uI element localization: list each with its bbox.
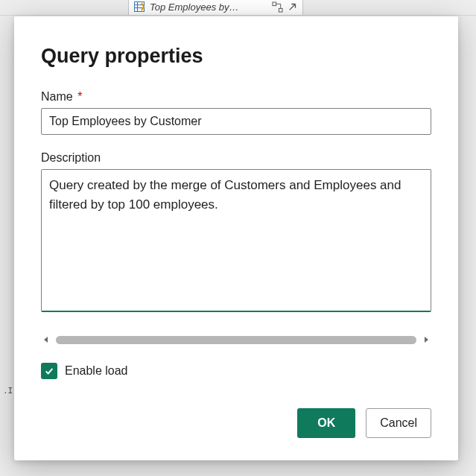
app-background: Top Employees by… .I Query properties Na…: [0, 0, 476, 476]
ok-button[interactable]: OK: [297, 408, 355, 438]
svg-rect-4: [273, 1, 276, 5]
name-label-text: Name: [41, 90, 73, 103]
enable-load-row[interactable]: Enable load: [41, 363, 431, 379]
expand-arrow-icon: [288, 1, 298, 12]
name-input[interactable]: [41, 108, 431, 135]
description-textarea[interactable]: [41, 169, 431, 312]
description-label: Description: [41, 151, 431, 165]
dialog-title: Query properties: [41, 45, 431, 68]
scroll-left-icon[interactable]: [41, 334, 51, 345]
enable-load-label: Enable load: [65, 364, 128, 378]
background-divider: [0, 15, 476, 16]
background-tab-label: Top Employees by…: [150, 1, 238, 13]
table-query-icon: [133, 1, 145, 13]
name-label: Name *: [41, 90, 431, 104]
svg-rect-5: [279, 8, 282, 12]
checkmark-icon: [44, 366, 54, 376]
scroll-right-icon[interactable]: [421, 334, 431, 345]
horizontal-scrollbar[interactable]: [41, 333, 431, 346]
cancel-button[interactable]: Cancel: [366, 408, 431, 438]
background-side-text: .I: [3, 386, 13, 396]
dialog-button-row: OK Cancel: [41, 389, 431, 438]
scrollbar-track[interactable]: [56, 336, 416, 344]
svg-rect-0: [135, 2, 145, 12]
query-properties-dialog: Query properties Name * Description: [14, 16, 458, 460]
required-asterisk: *: [77, 90, 82, 103]
background-query-tab: Top Employees by…: [128, 0, 303, 16]
diagram-icon: [272, 1, 283, 13]
enable-load-checkbox[interactable]: [41, 363, 57, 379]
